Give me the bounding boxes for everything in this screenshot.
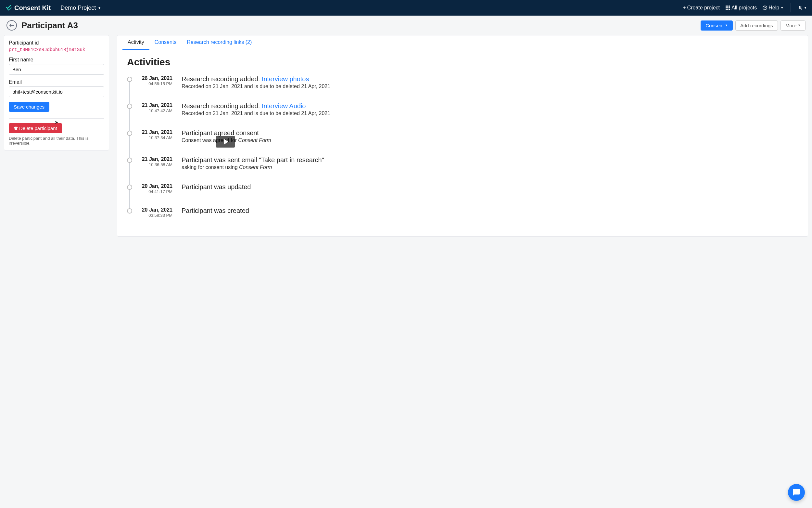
caret-down-icon: ▼: [98, 6, 101, 10]
page-title: Participant A3: [21, 20, 701, 31]
project-selector[interactable]: Demo Project ▼: [60, 5, 101, 11]
timeline-dot: [127, 104, 132, 109]
help-icon: [763, 5, 767, 10]
activity-item: 26 Jan, 2021 04:56:15 PM Research record…: [127, 75, 798, 89]
caret-down-icon: ▼: [780, 6, 783, 9]
svg-rect-7: [727, 9, 728, 10]
timeline-dot: [127, 77, 132, 82]
svg-rect-1: [727, 5, 728, 7]
divider: [9, 118, 104, 119]
add-recordings-button[interactable]: Add recordings: [735, 20, 778, 31]
delete-participant-button[interactable]: Delete participant: [9, 123, 62, 133]
timeline-dot: [127, 131, 132, 136]
tabs: Activity Consents Research recording lin…: [117, 35, 808, 50]
participant-id-label: Participant id: [9, 40, 104, 46]
nav-divider: [791, 3, 791, 12]
svg-rect-3: [726, 7, 727, 8]
svg-point-11: [799, 6, 801, 8]
grid-icon: [726, 5, 730, 10]
save-changes-button[interactable]: Save changes: [9, 102, 49, 112]
activity-description: Consent was agreed for Consent Form: [182, 137, 798, 143]
logo-icon: [5, 4, 12, 11]
activity-title: Research recording added: Interview Audi…: [182, 102, 798, 110]
email-label: Email: [9, 79, 104, 85]
activity-timestamp: 21 Jan, 2021 10:36:58 AM: [141, 156, 173, 170]
create-project-link[interactable]: + Create project: [683, 5, 720, 11]
activity-title-link[interactable]: Interview photos: [262, 75, 309, 83]
activity-description: Recorded on 21 Jan, 2021 and is due to b…: [182, 84, 798, 89]
activity-date: 26 Jan, 2021: [141, 75, 173, 81]
svg-rect-5: [729, 7, 730, 8]
activity-timestamp: 26 Jan, 2021 04:56:15 PM: [141, 75, 173, 89]
activity-title-link[interactable]: Interview Audio: [262, 102, 306, 110]
svg-rect-8: [729, 9, 730, 10]
delete-hint-text: Delete participant and all their data. T…: [9, 136, 104, 145]
activity-title: Research recording added: Interview phot…: [182, 75, 798, 83]
caret-down-icon: ▼: [725, 24, 728, 27]
activity-date: 20 Jan, 2021: [141, 207, 173, 213]
more-button[interactable]: More ▼: [780, 20, 806, 31]
tab-recordings[interactable]: Research recording links (2): [182, 35, 257, 50]
timeline-dot: [127, 184, 132, 190]
activity-time: 04:56:15 PM: [141, 81, 173, 86]
activity-time: 10:47:42 AM: [141, 108, 173, 113]
activity-item: 21 Jan, 2021 10:36:58 AM Participant was…: [127, 156, 798, 170]
svg-point-10: [765, 9, 765, 9]
activity-time: 10:37:34 AM: [141, 135, 173, 140]
first-name-input[interactable]: [9, 64, 104, 75]
project-name: Demo Project: [60, 5, 96, 11]
help-link[interactable]: Help ▼: [763, 5, 783, 11]
back-button[interactable]: [6, 20, 17, 31]
activity-title-text: Participant was sent email "Take part in…: [182, 156, 324, 164]
email-input[interactable]: [9, 86, 104, 97]
user-menu[interactable]: ▼: [798, 5, 807, 10]
timeline-dot: [127, 208, 132, 214]
timeline-dot: [127, 158, 132, 163]
participant-id-value: prt_t8M81CxsRJdb6h61Rjm91Suk: [9, 47, 104, 52]
create-project-label: Create project: [687, 5, 720, 11]
caret-down-icon: ▼: [798, 24, 801, 27]
svg-rect-4: [727, 7, 728, 8]
brand-logo[interactable]: Consent Kit: [5, 4, 51, 12]
activity-description: asking for consent using Consent Form: [182, 164, 798, 170]
svg-rect-2: [729, 5, 730, 7]
activity-time: 10:36:58 AM: [141, 162, 173, 167]
video-play-button[interactable]: [216, 136, 235, 147]
all-projects-label: All projects: [731, 5, 757, 11]
plus-icon: +: [683, 5, 686, 11]
activity-title: Participant agreed consent: [182, 129, 798, 137]
activity-title-text: Participant was created: [182, 207, 249, 214]
more-button-label: More: [785, 23, 797, 28]
activity-title: Participant was updated: [182, 183, 798, 191]
activity-timestamp: 21 Jan, 2021 10:47:42 AM: [141, 102, 173, 116]
activity-title-text: Participant was updated: [182, 183, 251, 190]
activity-title-text: Participant agreed consent: [182, 129, 259, 136]
user-icon: [798, 5, 803, 10]
caret-down-icon: ▼: [804, 6, 807, 9]
consent-button-label: Consent: [706, 23, 724, 28]
activity-title: Participant was sent email "Take part in…: [182, 156, 798, 164]
first-name-label: First name: [9, 57, 104, 63]
all-projects-link[interactable]: All projects: [726, 5, 757, 11]
arrow-left-icon: [9, 23, 14, 28]
activity-description: Recorded on 21 Jan, 2021 and is due to b…: [182, 111, 798, 116]
activity-time: 03:58:33 PM: [141, 213, 173, 218]
svg-rect-6: [726, 9, 727, 10]
trash-icon: [14, 126, 18, 130]
activity-title: Participant was created: [182, 207, 798, 214]
activity-title-prefix: Research recording added:: [182, 102, 262, 110]
top-navbar: Consent Kit Demo Project ▼ + Create proj…: [0, 0, 812, 15]
activity-item: 20 Jan, 2021 04:41:17 PM Participant was…: [127, 183, 798, 194]
activities-heading: Activities: [127, 56, 798, 68]
activity-date: 21 Jan, 2021: [141, 102, 173, 108]
activity-time: 04:41:17 PM: [141, 189, 173, 194]
consent-button[interactable]: Consent ▼: [701, 20, 733, 31]
activity-timestamp: 20 Jan, 2021 04:41:17 PM: [141, 183, 173, 194]
tab-consents[interactable]: Consents: [149, 35, 182, 50]
participant-form-panel: Participant id prt_t8M81CxsRJdb6h61Rjm91…: [4, 35, 109, 151]
page-header: Participant A3 Consent ▼ Add recordings …: [0, 15, 812, 35]
activity-title-prefix: Research recording added:: [182, 75, 262, 83]
tab-activity[interactable]: Activity: [123, 35, 149, 50]
svg-rect-0: [726, 5, 727, 7]
brand-text: Consent Kit: [14, 4, 51, 12]
